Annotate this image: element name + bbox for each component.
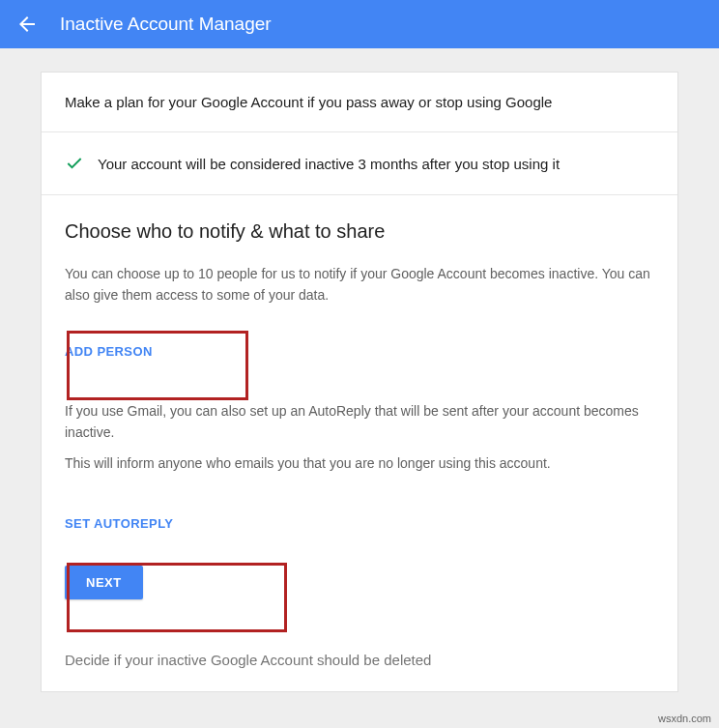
settings-card: Make a plan for your Google Account if y… [41, 72, 678, 692]
back-arrow-icon[interactable] [15, 13, 39, 36]
page-title: Inactive Account Manager [60, 14, 272, 35]
app-header: Inactive Account Manager [0, 0, 719, 48]
section-heading: Choose who to notify & what to share [65, 220, 654, 243]
next-button[interactable]: NEXT [65, 566, 143, 599]
autoreply-description-1: If you use Gmail, you can also set up an… [65, 401, 654, 443]
watermark-text: wsxdn.com [658, 713, 711, 724]
add-person-button[interactable]: ADD PERSON [65, 335, 153, 368]
check-icon [65, 154, 84, 173]
status-text: Your account will be considered inactive… [98, 156, 560, 172]
notify-share-section: Choose who to notify & what to share You… [42, 195, 677, 628]
delete-decision-section[interactable]: Decide if your inactive Google Account s… [42, 628, 677, 691]
set-autoreply-button[interactable]: SET AUTOREPLY [65, 507, 173, 540]
notify-description: You can choose up to 10 people for us to… [65, 264, 654, 306]
autoreply-description-2: This will inform anyone who emails you t… [65, 453, 654, 475]
intro-text: Make a plan for your Google Account if y… [42, 73, 677, 132]
inactive-status-row[interactable]: Your account will be considered inactive… [42, 132, 677, 195]
